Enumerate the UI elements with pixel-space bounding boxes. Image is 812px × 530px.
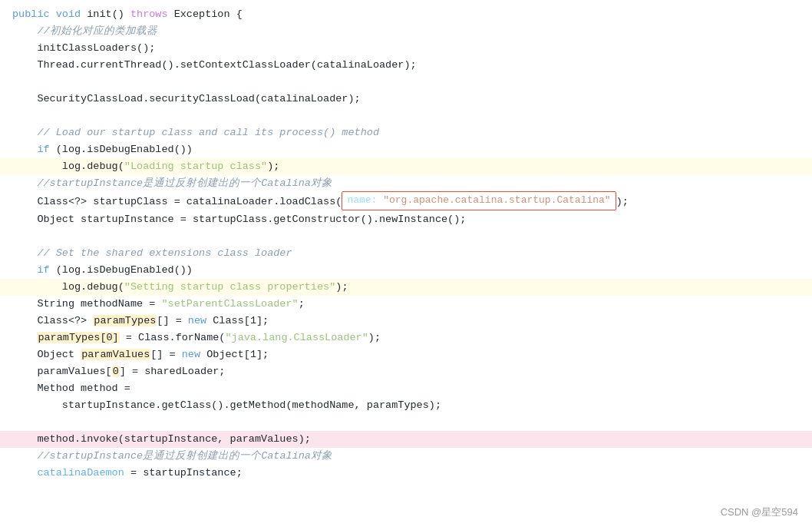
code-line-5 xyxy=(0,74,812,91)
code-line-24: startupInstance.getClass().getMethod(met… xyxy=(0,397,812,414)
code-line-21: Object paramValues[] = new Object[1]; xyxy=(0,346,812,363)
code-line-9: if (log.isDebugEnabled()) xyxy=(0,141,812,158)
code-line-8: // Load our startup class and call its p… xyxy=(0,124,812,141)
code-line-4: Thread.currentThread().setContextClassLo… xyxy=(0,57,812,74)
code-line-25 xyxy=(0,414,812,431)
code-line-15: // Set the shared extensions class loade… xyxy=(0,245,812,262)
code-viewer: public void init() throws Exception { //… xyxy=(0,0,812,530)
code-line-27: //startupInstance是通过反射创建出的一个Catalina对象 xyxy=(0,448,812,465)
param-highlight-2: paramTypes[0] xyxy=(37,332,119,343)
code-line-13: Object startupInstance = startupClass.ge… xyxy=(0,211,812,228)
code-line-28: catalinaDaemon = startupInstance; xyxy=(0,465,812,482)
code-line-10: log.debug("Loading startup class"); xyxy=(0,158,812,175)
code-line-23: Method method = xyxy=(0,380,812,397)
code-line-1: public void init() throws Exception { xyxy=(0,6,812,23)
code-line-2: //初始化对应的类加载器 xyxy=(0,23,812,40)
param-highlight-3: paramValues xyxy=(81,349,150,360)
code-line-17: log.debug("Setting startup class propert… xyxy=(0,279,812,296)
tooltip-box: name: "org.apache.catalina.startup.Catal… xyxy=(342,191,616,210)
code-line-20: paramTypes[0] = Class.forName("java.lang… xyxy=(0,330,812,346)
code-line-11: //startupInstance是通过反射创建出的一个Catalina对象 xyxy=(0,175,812,192)
param-highlight-1: paramTypes xyxy=(93,315,157,326)
code-line-12: Class<?> startupClass = catalinaLoader.l… xyxy=(0,192,812,211)
watermark: CSDN @星空594 xyxy=(721,505,798,521)
code-line-22: paramValues[0] = sharedLoader; xyxy=(0,363,812,380)
code-line-14 xyxy=(0,228,812,245)
code-line-16: if (log.isDebugEnabled()) xyxy=(0,262,812,279)
code-line-19: Class<?> paramTypes[] = new Class[1]; xyxy=(0,313,812,330)
code-line-18: String methodName = "setParentClassLoade… xyxy=(0,296,812,313)
code-line-3: initClassLoaders(); xyxy=(0,40,812,57)
code-line-6: SecurityClassLoad.securityClassLoad(cata… xyxy=(0,91,812,108)
code-line-7 xyxy=(0,108,812,124)
param-highlight-4: 0 xyxy=(112,366,120,377)
code-line-26: method.invoke(startupInstance, paramValu… xyxy=(0,431,812,448)
